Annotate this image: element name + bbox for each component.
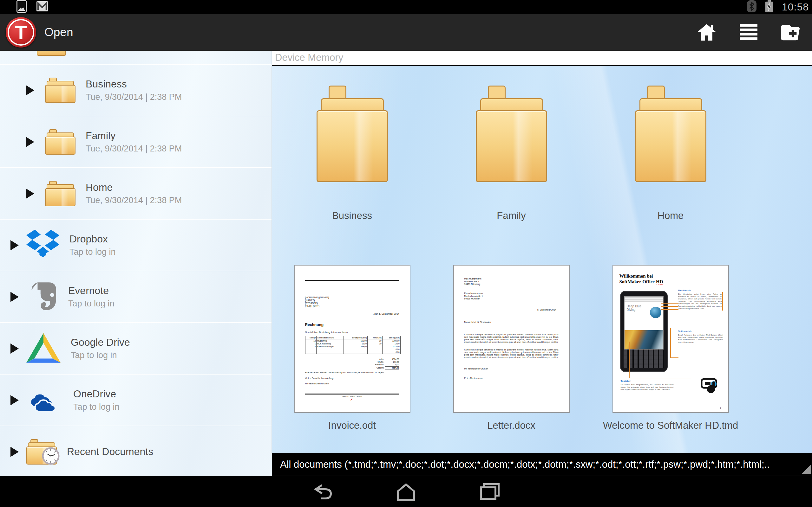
folder-label: Home — [658, 210, 684, 222]
sidebar-item-subtitle: Tap to log in — [69, 247, 116, 257]
sidebar-item-dropbox[interactable]: Dropbox Tap to log in — [0, 220, 271, 271]
expand-arrow-icon[interactable] — [26, 85, 34, 95]
folder-icon — [37, 51, 66, 56]
resize-grip-icon[interactable] — [802, 464, 811, 474]
expand-arrow-icon[interactable] — [10, 395, 19, 405]
welcome-section-body: Die Menüleiste zeigt Ihnen eine Reihe vo… — [678, 293, 723, 309]
callout-line — [629, 378, 691, 378]
sidebar-item-title: Recent Documents — [67, 446, 153, 458]
hand-tap-icon — [701, 377, 721, 399]
document-thumbnail: {VORNAME} {NAME1} {NAME2} {STRASSE} {PLZ… — [294, 265, 410, 413]
invoice-footer: Telefon · Telefax · E-Mail — [295, 395, 410, 397]
sidebar-item-business[interactable]: Business Tue, 9/30/2014 | 2:38 PM — [0, 65, 271, 116]
rule — [305, 394, 399, 395]
back-button[interactable] — [312, 481, 333, 502]
file-list-button[interactable] — [739, 23, 758, 42]
new-folder-icon — [781, 24, 800, 41]
invoice-closing: Mit freundlichen Grüßen — [305, 383, 329, 385]
gmail-notification-icon[interactable] — [36, 1, 48, 13]
expand-arrow-icon[interactable] — [10, 447, 19, 457]
page-title: Open — [44, 26, 73, 39]
sidebar-item-subtitle: Tue, 9/30/2014 | 2:38 PM — [86, 195, 182, 205]
document-label: Letter.docx — [487, 420, 536, 431]
document-tile-letter[interactable]: Max Mustermann Musterstraße 1 90409 Nürn… — [432, 265, 591, 431]
sidebar-item-title: Evernote — [68, 285, 114, 297]
sidebar-item-home[interactable]: Home Tue, 9/30/2014 | 2:38 PM — [0, 168, 271, 220]
welcome-section-heading: Seitenleiste: — [678, 330, 723, 333]
sidebar-item-recent-documents[interactable]: Recent Documents — [0, 426, 271, 476]
new-folder-button[interactable] — [781, 23, 800, 42]
folder-tile-business[interactable]: Business — [272, 66, 432, 222]
document-tile-invoice[interactable]: {VORNAME} {NAME1} {NAME2} {STRASSE} {PLZ… — [272, 265, 432, 431]
letter-paragraph: Cum sociis natoque penatibus et magnis d… — [464, 349, 559, 359]
invoice-note: Bitte bezahlen Sie den Gesamtbetrag von … — [305, 372, 385, 374]
folder-icon — [45, 181, 75, 206]
onedrive-icon — [26, 387, 63, 413]
invoice-totals: Netto: 4324,50 +MwSt.: 230,38 +Versand: … — [375, 358, 399, 370]
recents-button[interactable] — [479, 481, 500, 502]
home-icon — [396, 482, 416, 501]
mini-toolbar — [624, 297, 663, 302]
welcome-section-heading: Tastatur: — [621, 380, 674, 383]
document-tile-welcome[interactable]: Willkommen bei SoftMaker Office HD Deep … — [591, 265, 750, 431]
callout-line — [661, 303, 678, 303]
invoice-thanks: Vielen Dank für Ihren Auftrag. — [305, 377, 334, 379]
home-button[interactable] — [697, 23, 716, 42]
screenshot-notification-icon[interactable] — [16, 0, 27, 14]
invoice-date: , den 5. September 2014 — [373, 313, 399, 315]
battery-charging-icon — [765, 0, 774, 14]
document-label: Invoice.odt — [328, 420, 376, 431]
logo-letter: T — [6, 17, 36, 48]
callout-line — [661, 309, 678, 310]
callout-line — [670, 328, 671, 358]
invoice-heading: Rechnung — [305, 323, 324, 327]
folder-icon — [45, 129, 75, 155]
welcome-section-body: Durch Antippen des vertikalen Pfeil-Butt… — [678, 334, 723, 343]
home-icon — [697, 23, 716, 41]
sidebar-item-partial-folder[interactable] — [0, 51, 271, 65]
file-list-icon — [740, 24, 757, 41]
sidebar-item-title: Dropbox — [69, 233, 116, 245]
sidebar-item-subtitle: Tap to log in — [68, 299, 114, 308]
textmaker-logo-icon[interactable]: T — [6, 17, 36, 48]
welcome-section-heading: Menüleiste: — [678, 289, 723, 292]
app-bar: T Open — [0, 14, 812, 51]
invoice-address-line: {STRASSE} — [305, 302, 329, 304]
sidebar-item-evernote[interactable]: Evernote Tap to log in — [0, 271, 271, 323]
dropbox-icon — [26, 229, 59, 261]
file-type-filter-bar[interactable]: All documents (*.tmd;*.tmv;*.doc;*.dot;*… — [272, 453, 812, 476]
status-time: 10:58 — [782, 1, 809, 13]
clock-icon — [42, 447, 60, 466]
breadcrumb-header: Device Memory — [272, 51, 812, 65]
expand-arrow-icon[interactable] — [26, 188, 34, 199]
callout-line — [661, 306, 678, 307]
expand-arrow-icon[interactable] — [26, 137, 34, 147]
letter-signature: Peter Mustermann — [464, 377, 483, 380]
invoice-address-line: {PLZ} | {ORT} — [305, 304, 329, 307]
expand-arrow-icon[interactable] — [10, 292, 19, 302]
invoice-footer-mark: ✗ — [351, 398, 353, 401]
sidebar-item-google-drive[interactable]: Google Drive Tap to log in — [0, 323, 271, 375]
callout-line — [670, 357, 678, 358]
sidebar-item-subtitle: Tap to log in — [71, 350, 130, 360]
folder-tile-family[interactable]: Family — [432, 66, 591, 222]
welcome-page-number: 1 — [720, 407, 721, 409]
sidebar-item-title: Business — [86, 78, 182, 90]
sidebar-item-onedrive[interactable]: OneDrive Tap to log in — [0, 375, 271, 426]
home-button[interactable] — [396, 481, 416, 502]
expand-arrow-icon[interactable] — [10, 343, 19, 354]
mini-keyboard — [623, 349, 664, 368]
welcome-bottom-section: Tastatur: Sie haben zwei Möglichkeiten, … — [621, 380, 674, 391]
folder-tile-home[interactable]: Home — [591, 66, 750, 222]
expand-arrow-icon[interactable] — [10, 240, 19, 250]
invoice-table: Menge Artikelbezeichnung Einzelpreis [Eu… — [305, 336, 401, 354]
sidebar-item-family[interactable]: Family Tue, 9/30/2014 | 2:38 PM — [0, 116, 271, 168]
sidebar-item-title: OneDrive — [73, 388, 119, 400]
main-panel: Device Memory Business Family Home — [272, 51, 812, 476]
callout-line — [629, 342, 629, 378]
document-thumbnail: Willkommen bei SoftMaker Office HD Deep … — [612, 265, 729, 413]
welcome-right-column: Menüleiste: Die Menüleiste zeigt Ihnen e… — [678, 289, 723, 343]
sidebar-item-title: Google Drive — [71, 337, 130, 348]
status-bar: 10:58 — [0, 0, 812, 14]
rule — [305, 280, 399, 281]
